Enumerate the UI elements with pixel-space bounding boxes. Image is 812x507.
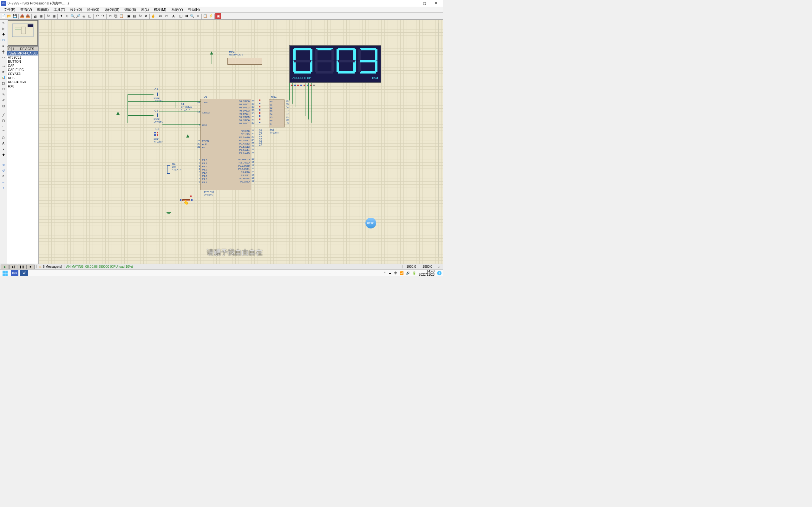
line-tool-icon[interactable]: ╱ <box>1 112 6 117</box>
taskbar-app-word[interactable]: W <box>20 270 28 276</box>
menu-file[interactable]: 文件(F) <box>1 7 18 12</box>
grid-icon[interactable]: ▦ <box>51 13 57 19</box>
rotate-cw-icon[interactable]: ↻ <box>1 162 6 167</box>
zoom-in-icon[interactable]: 🔍 <box>70 13 75 19</box>
menu-design[interactable]: 设计(D) <box>67 7 84 12</box>
open-icon[interactable]: 📂 <box>6 13 12 19</box>
library-button[interactable]: L <box>12 47 16 51</box>
tray-up-icon[interactable]: ˄ <box>384 271 386 275</box>
path-tool-icon[interactable]: ⬡ <box>1 135 6 140</box>
flip-v-icon[interactable]: ↕ <box>1 185 6 190</box>
pin-tool-icon[interactable]: ⊳ <box>1 69 6 74</box>
marker-tool-icon[interactable]: ✚ <box>1 152 6 157</box>
tray-notification-icon[interactable]: 1 <box>437 271 442 275</box>
schematic-canvas[interactable]: RP1 RESPACK-8 <box>39 20 443 264</box>
graph-tool-icon[interactable]: 📊 <box>1 75 6 80</box>
device-item[interactable]: CAP <box>7 64 38 68</box>
c1-component[interactable] <box>154 93 160 96</box>
wire-label-icon[interactable]: A <box>171 13 176 19</box>
menu-template[interactable]: 模板(M) <box>151 7 169 12</box>
redo-icon[interactable]: ↷ <box>100 13 106 19</box>
tray-battery-icon[interactable]: 🔋 <box>412 271 416 275</box>
menu-tools[interactable]: 工具(T) <box>51 7 67 12</box>
tray-volume-icon[interactable]: 🔊 <box>406 271 410 275</box>
export-icon[interactable]: 📤 <box>25 13 31 19</box>
zoom-all-icon[interactable]: ◎ <box>81 13 87 19</box>
arc-tool-icon[interactable]: ⌒ <box>1 129 6 134</box>
taskbar-app-isis[interactable]: ISIS <box>11 270 18 276</box>
menu-graph[interactable]: 绘图(G) <box>85 7 102 12</box>
component-tool-icon[interactable]: ▷ <box>1 26 6 31</box>
terminal-tool-icon[interactable]: ⊸ <box>1 63 6 68</box>
symbol-tool-icon[interactable]: ▪ <box>1 147 6 152</box>
probe-i-tool-icon[interactable]: ✐ <box>1 98 6 103</box>
zoom-area-icon[interactable]: ◫ <box>87 13 93 19</box>
device-item[interactable]: BUTTON <box>7 60 38 64</box>
tray-wifi-icon[interactable]: 📶 <box>400 271 403 275</box>
device-item[interactable]: RESPACK-8 <box>7 80 38 84</box>
block-delete-icon[interactable]: ✕ <box>143 13 149 19</box>
new-icon[interactable]: 📄 <box>1 13 6 19</box>
print-icon[interactable]: 🖨 <box>32 13 38 19</box>
block-move-icon[interactable]: ▤ <box>132 13 137 19</box>
ares-icon[interactable]: ▣ <box>215 13 221 19</box>
menu-edit[interactable]: 编辑(E) <box>35 7 51 12</box>
origin-icon[interactable]: ✦ <box>58 13 64 19</box>
text-tool-icon[interactable]: ≡ <box>1 43 6 48</box>
toggle-icon[interactable]: ◫ <box>178 13 184 19</box>
erc-icon[interactable]: ⚡ <box>208 13 214 19</box>
text-2d-tool-icon[interactable]: A <box>1 141 6 146</box>
generator-tool-icon[interactable]: ⊙ <box>1 86 6 91</box>
r1-component[interactable] <box>167 165 170 174</box>
overview-map[interactable] <box>8 20 38 46</box>
flip-h-icon[interactable]: ↔ <box>1 179 6 184</box>
menu-system[interactable]: 系统(Y) <box>169 7 186 12</box>
undo-icon[interactable]: ↶ <box>94 13 100 19</box>
menu-library[interactable]: 库(L) <box>139 7 151 12</box>
paste-icon[interactable]: 📋 <box>119 13 124 19</box>
device-item[interactable]: CRYSTAL <box>7 72 38 76</box>
instrument-tool-icon[interactable]: ⊡ <box>1 103 6 108</box>
copy-icon[interactable]: ⿻ <box>113 13 119 19</box>
box-tool-icon[interactable]: ▢ <box>1 118 6 123</box>
pause-button[interactable]: ❚❚ <box>18 265 26 269</box>
seven-seg-display[interactable]: ABCDEFG DP 1234 <box>289 45 381 83</box>
menu-help[interactable]: 帮助(H) <box>186 7 202 12</box>
rp1-component[interactable] <box>227 58 262 65</box>
tray-onedrive-icon[interactable]: ☁ <box>388 271 392 275</box>
minimize-button[interactable]: — <box>410 1 416 6</box>
rotate-ccw-icon[interactable]: ↺ <box>1 168 6 173</box>
save-icon[interactable]: 💾 <box>12 13 18 19</box>
label-tool-icon[interactable]: LBL <box>1 38 6 43</box>
circle-tool-icon[interactable]: ○ <box>1 124 6 129</box>
refresh-icon[interactable]: ↻ <box>45 13 51 19</box>
block-copy-icon[interactable]: ▣ <box>126 13 132 19</box>
stop-button[interactable]: ■ <box>26 265 35 269</box>
rn1-component[interactable]: B0 B1 B2 B3 B4 B5 B6 B7 16 15 14 13 12 1… <box>269 100 285 127</box>
close-button[interactable]: ✕ <box>433 1 439 6</box>
maximize-button[interactable]: ▢ <box>421 1 427 6</box>
device-item[interactable]: AT89C51 <box>7 55 38 60</box>
block-rotate-icon[interactable]: ↻ <box>137 13 143 19</box>
play-button[interactable]: ▶ <box>1 265 9 269</box>
rotation-angle[interactable]: 0 <box>1 174 6 179</box>
bus-tool-icon[interactable]: ╫ <box>1 49 6 54</box>
junction-tool-icon[interactable]: ✚ <box>1 32 6 37</box>
tape-tool-icon[interactable]: ▢ <box>1 80 6 86</box>
tray-ime[interactable]: 中 <box>394 271 397 275</box>
device-item[interactable]: RX8 <box>7 84 38 89</box>
decompose-icon[interactable]: ✂ <box>163 13 169 19</box>
selection-tool-icon[interactable]: ↖ <box>1 20 6 25</box>
center-icon[interactable]: ⊕ <box>64 13 70 19</box>
pick-device-button[interactable]: P <box>7 47 12 51</box>
tray-clock[interactable]: 14:48 2022/11/23 <box>419 270 435 276</box>
u1-mcu[interactable]: XTAL1 XTAL2 RST PSEN ALE EA P1.0 P1.1 P1… <box>200 99 251 190</box>
probe-v-tool-icon[interactable]: ✎ <box>1 92 6 97</box>
bom-icon[interactable]: 📋 <box>202 13 208 19</box>
menu-debug[interactable]: 调试(B) <box>122 7 139 12</box>
menu-view[interactable]: 查看(V) <box>18 7 35 12</box>
property-icon[interactable]: ≡ <box>195 13 201 19</box>
subcircuit-tool-icon[interactable]: ▭ <box>1 55 6 60</box>
import-icon[interactable]: 📥 <box>19 13 25 19</box>
pick-icon[interactable]: ☝ <box>150 13 156 19</box>
